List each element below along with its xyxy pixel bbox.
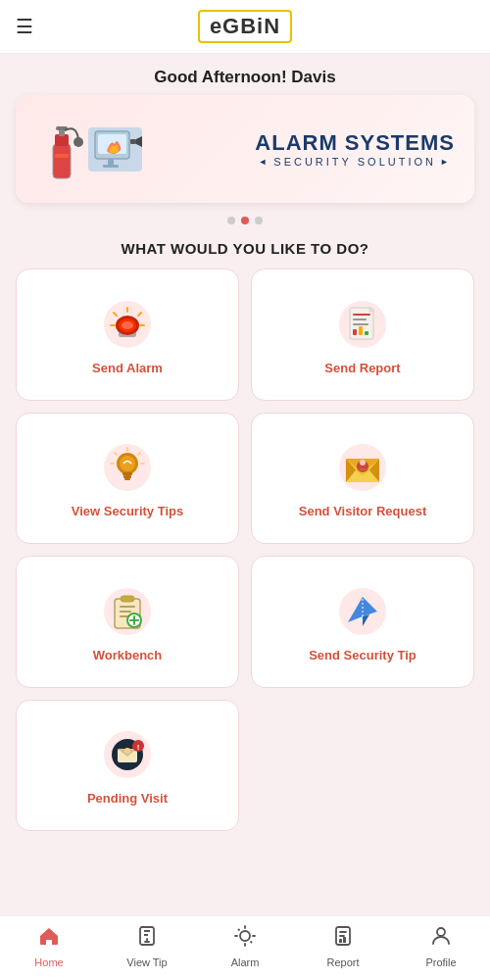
visitor-request-icon [336, 441, 389, 494]
dot-2[interactable] [241, 217, 249, 224]
alarm-nav-label: Alarm [231, 956, 260, 968]
svg-point-68 [124, 748, 130, 754]
svg-rect-26 [353, 323, 368, 325]
send-visitor-request-button[interactable]: Send Visitor Request [251, 413, 474, 545]
profile-nav-icon [429, 924, 453, 954]
svg-point-34 [120, 456, 135, 471]
send-alarm-button[interactable]: Send Alarm [16, 269, 239, 401]
svg-line-73 [238, 929, 240, 931]
workbench-label: Workbench [93, 648, 163, 662]
carousel-dots [0, 217, 490, 224]
svg-rect-29 [365, 331, 368, 335]
bottom-navigation: Home View Tip Alarm [0, 915, 490, 980]
view-tips-icon [101, 441, 154, 494]
profile-nav-label: Profile [425, 956, 456, 968]
pending-visit-label: Pending Visit [87, 791, 168, 806]
logo-text: eGBiN [210, 14, 280, 38]
nav-profile[interactable]: Profile [392, 924, 490, 968]
send-alarm-label: Send Alarm [92, 361, 163, 375]
svg-rect-8 [108, 159, 114, 165]
svg-rect-54 [120, 606, 135, 608]
svg-point-50 [360, 460, 366, 466]
svg-line-74 [251, 942, 253, 944]
dot-1[interactable] [227, 217, 235, 224]
nav-home[interactable]: Home [0, 924, 98, 968]
section-title: WHAT WOULD YOU LIKE TO DO? [0, 240, 490, 257]
security-camera-icon [88, 127, 142, 172]
fire-extinguisher-icon [35, 115, 84, 183]
banner-wrapper: ALARM SYSTEMS SECURITY SOLUTION [16, 95, 474, 203]
workbench-icon [101, 585, 154, 638]
home-icon [37, 924, 61, 954]
nav-view-tip[interactable]: View Tip [98, 924, 196, 968]
report-nav-label: Report [326, 956, 359, 968]
svg-rect-76 [339, 939, 342, 943]
svg-rect-27 [353, 329, 357, 335]
home-label: Home [34, 956, 63, 968]
nav-report[interactable]: Report [294, 924, 392, 968]
view-security-tips-button[interactable]: View Security Tips [16, 413, 239, 545]
svg-rect-24 [353, 314, 370, 316]
svg-rect-77 [343, 937, 346, 943]
svg-rect-25 [353, 318, 367, 320]
svg-rect-37 [124, 478, 130, 480]
svg-rect-0 [53, 144, 71, 178]
pending-visit-icon: ! [101, 728, 154, 781]
view-tip-nav-icon [135, 924, 159, 954]
svg-rect-36 [123, 475, 131, 478]
view-tips-label: View Security Tips [72, 504, 183, 518]
svg-rect-55 [120, 611, 131, 612]
security-tip-icon [336, 585, 389, 638]
svg-marker-11 [136, 136, 142, 147]
svg-rect-5 [55, 154, 69, 158]
svg-rect-28 [359, 326, 363, 335]
workbench-button[interactable]: Workbench [16, 556, 239, 688]
promo-banner: ALARM SYSTEMS SECURITY SOLUTION [16, 95, 474, 203]
menu-icon[interactable]: ☰ [16, 15, 33, 38]
app-logo: eGBiN [198, 10, 292, 43]
dot-3[interactable] [255, 217, 263, 224]
send-report-label: Send Report [324, 361, 400, 375]
banner-icons [35, 115, 142, 183]
svg-rect-9 [103, 165, 119, 168]
send-alarm-icon [101, 298, 154, 351]
greeting-text: Good Afternoon! Davis [0, 54, 490, 95]
send-security-tip-button[interactable]: Send Security Tip [251, 556, 474, 688]
svg-point-16 [122, 321, 133, 329]
pending-visit-button[interactable]: ! Pending Visit [16, 700, 239, 832]
svg-point-72 [240, 931, 250, 941]
svg-point-4 [74, 137, 83, 147]
view-tip-nav-label: View Tip [126, 956, 167, 968]
report-nav-icon [331, 924, 355, 954]
alarm-nav-icon [233, 924, 257, 954]
banner-text: ALARM SYSTEMS SECURITY SOLUTION [255, 130, 455, 168]
banner-title: ALARM SYSTEMS [255, 130, 455, 156]
svg-rect-10 [130, 139, 136, 144]
security-tip-label: Send Security Tip [309, 648, 416, 662]
nav-alarm[interactable]: Alarm [196, 924, 294, 968]
send-report-button[interactable]: Send Report [251, 269, 474, 401]
visitor-request-label: Send Visitor Request [299, 504, 427, 518]
svg-point-78 [437, 928, 445, 936]
header: ☰ eGBiN [0, 0, 490, 54]
svg-text:!: ! [137, 743, 140, 752]
action-grid: Send Alarm Send Report [0, 269, 490, 831]
svg-rect-35 [122, 472, 132, 475]
svg-rect-53 [121, 596, 134, 602]
banner-subtitle: SECURITY SOLUTION [255, 156, 455, 168]
send-report-icon [336, 298, 389, 351]
